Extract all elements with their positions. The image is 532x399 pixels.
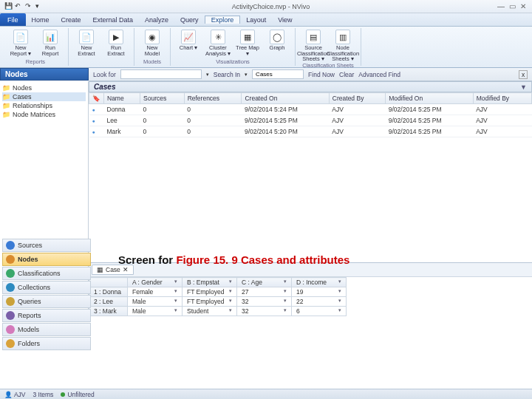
nav-group-item[interactable]: Collections	[2, 281, 91, 294]
table-row[interactable]: Mark009/02/2014 5:20 PMAJV9/02/2014 5:25…	[89, 126, 532, 137]
save-icon[interactable]: 💾	[4, 2, 13, 11]
ribbon-group: 📈Chart ▾✳Cluster Analysis ▾▦Tree Map ▾◯G…	[171, 28, 296, 66]
tab-create[interactable]: Create	[55, 16, 87, 24]
find-now-button[interactable]: Find Now	[308, 71, 335, 78]
tab-view[interactable]: View	[272, 16, 298, 24]
nav-group-item[interactable]: Models	[2, 323, 91, 336]
attr-cell: 2 : Lee	[89, 297, 128, 307]
ribbon-button-icon: ▦	[240, 30, 255, 44]
ribbon-button[interactable]: 📊Run Report	[37, 30, 64, 56]
attr-cell[interactable]: 27▾	[237, 287, 292, 297]
attr-row[interactable]: 3 : MarkMale▾Student▾32▾6▾	[89, 307, 347, 316]
look-for-input[interactable]	[120, 69, 202, 79]
attr-row[interactable]: 2 : LeeMale▾FT Employed▾32▾22▾	[89, 297, 347, 307]
col-header[interactable]: Modified By	[473, 93, 531, 104]
ribbon-button[interactable]: ✳Cluster Analysis ▾	[205, 30, 231, 56]
minimize-icon[interactable]: —	[497, 2, 505, 10]
nav-group-label: Queries	[18, 298, 41, 305]
close-icon[interactable]: ✕	[520, 2, 526, 10]
ribbon-button[interactable]: ▥Node Classification Sheets ▾	[330, 30, 356, 62]
ribbon-group-label	[73, 65, 129, 66]
col-header[interactable]: Modified On	[386, 93, 473, 104]
table-row[interactable]: Donna009/02/2014 5:24 PMAJV9/02/2014 5:2…	[89, 104, 532, 115]
attr-cell[interactable]: 32▾	[237, 307, 292, 316]
nav-tree-item[interactable]: Node Matrices	[2, 110, 86, 119]
ribbon-button[interactable]: ▦Tree Map ▾	[234, 30, 261, 56]
attr-cell[interactable]: Student▾	[183, 307, 237, 316]
nav-group-item[interactable]: Queries	[2, 295, 91, 308]
nav-group-item[interactable]: Classifications	[2, 267, 91, 280]
tab-query[interactable]: Query	[174, 16, 205, 24]
col-header[interactable]: Name	[104, 93, 140, 104]
nav-tree-item[interactable]: Relationships	[2, 101, 86, 110]
panel-expand-icon[interactable]: ▼	[520, 83, 527, 91]
col-header[interactable]: References	[184, 93, 242, 104]
attr-cell[interactable]: Female▾	[128, 287, 183, 297]
ribbon-button[interactable]: ◯Graph	[264, 30, 290, 56]
nav-group-item[interactable]: Folders	[2, 337, 91, 350]
tab-home[interactable]: Home	[26, 16, 55, 24]
ribbon-button-icon: 📄	[79, 30, 94, 44]
search-in-input[interactable]	[252, 69, 304, 79]
nav-group-icon	[6, 311, 15, 320]
attributes-panel: ▦ Case ✕ A : Gender▾B : Empstat▾C : Age▾…	[89, 262, 532, 316]
redo-icon[interactable]: ↷	[25, 2, 34, 11]
status-bar: 👤 AJV 3 Items Unfiltered	[0, 389, 532, 399]
attr-cell[interactable]: Male▾	[128, 297, 183, 307]
nav-group-item[interactable]: Sources	[2, 239, 91, 252]
col-header[interactable]: Sources	[140, 93, 185, 104]
table-cell	[89, 104, 104, 115]
nav-group-label: Reports	[18, 312, 41, 319]
tab-layout[interactable]: Layout	[240, 16, 272, 24]
close-tab-icon[interactable]: ✕	[123, 266, 129, 273]
nav-group-item[interactable]: Reports	[2, 309, 91, 322]
attribute-tab-case[interactable]: ▦ Case ✕	[92, 265, 134, 275]
tab-file[interactable]: File	[0, 13, 26, 26]
attr-col-header[interactable]: A : Gender▾	[128, 278, 183, 287]
attr-cell[interactable]: 19▾	[292, 287, 347, 297]
table-cell: 0	[184, 104, 242, 115]
advanced-find-button[interactable]: Advanced Find	[358, 71, 400, 78]
attr-col-header[interactable]: D : Income▾	[292, 278, 347, 287]
table-cell: Lee	[104, 115, 140, 126]
ribbon-button[interactable]: 📄New Extract	[73, 30, 100, 56]
ribbon: 📄New Report ▾📊Run ReportReports📄New Extr…	[0, 27, 532, 68]
table-row[interactable]: Lee009/02/2014 5:25 PMAJV9/02/2014 5:25 …	[89, 115, 532, 126]
attr-cell[interactable]: 6▾	[292, 307, 347, 316]
col-header[interactable]: Created By	[329, 93, 385, 104]
qat-dropdown-icon[interactable]: ▾	[35, 2, 44, 11]
maximize-icon[interactable]: ▭	[509, 2, 516, 10]
ribbon-button[interactable]: ▶Run Extract	[103, 30, 129, 56]
attr-cell[interactable]: Male▾	[128, 307, 183, 316]
table-cell: 9/02/2014 5:25 PM	[386, 126, 473, 137]
nav-tree-item[interactable]: Nodes	[2, 83, 86, 92]
clear-button[interactable]: Clear	[339, 71, 354, 78]
case-tab-label: Case	[106, 266, 120, 273]
attr-cell[interactable]: 22▾	[292, 297, 347, 307]
ribbon-button[interactable]: ◉New Model	[139, 30, 166, 56]
ribbon-button[interactable]: ▤Source Classification Sheets ▾	[300, 30, 327, 62]
ribbon-button[interactable]: 📈Chart ▾	[175, 30, 202, 56]
find-bar: Look for ▾ Search In ▾ Find Now Clear Ad…	[89, 68, 532, 81]
tab-analyze[interactable]: Analyze	[139, 16, 174, 24]
ribbon-button-icon: 📊	[43, 30, 58, 44]
attr-col-header[interactable]	[89, 278, 128, 287]
nav-group-item[interactable]: Nodes	[2, 253, 91, 266]
attr-cell[interactable]: FT Employed▾	[183, 297, 237, 307]
attr-cell[interactable]: 32▾	[237, 297, 292, 307]
ribbon-group-label: Visualizations	[175, 58, 290, 66]
table-cell: 9/02/2014 5:25 PM	[386, 104, 473, 115]
ribbon-button[interactable]: 📄New Report ▾	[7, 30, 34, 56]
tab-external-data[interactable]: External Data	[87, 16, 140, 24]
attr-cell[interactable]: FT Employed▾	[183, 287, 237, 297]
col-icon[interactable]: 🔖	[89, 93, 104, 104]
col-header[interactable]: Created On	[242, 93, 329, 104]
attr-row[interactable]: 1 : DonnaFemale▾FT Employed▾27▾19▾	[89, 287, 347, 297]
nav-tree-item[interactable]: Cases	[2, 92, 86, 101]
table-cell: 9/02/2014 5:25 PM	[386, 115, 473, 126]
attr-col-header[interactable]: B : Empstat▾	[183, 278, 237, 287]
tab-explore[interactable]: Explore	[205, 16, 241, 24]
close-find-icon[interactable]: x	[519, 70, 528, 79]
attr-col-header[interactable]: C : Age▾	[237, 278, 292, 287]
undo-icon[interactable]: ↶	[15, 2, 24, 11]
